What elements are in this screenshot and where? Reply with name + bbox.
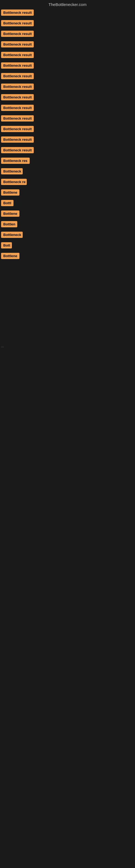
- bottleneck-badge[interactable]: Bottleneck result: [1, 115, 34, 122]
- list-item: Bottlene: [0, 251, 135, 262]
- site-title: TheBottlenecker.com: [49, 2, 87, 7]
- list-item: Bottleneck re: [0, 177, 135, 188]
- bottleneck-badge[interactable]: Bottleneck: [1, 231, 23, 238]
- list-item: Bottleneck result: [0, 103, 135, 114]
- list-item: Bottlene: [0, 209, 135, 219]
- list-item: Bottleneck result: [0, 61, 135, 71]
- bottleneck-badge[interactable]: Bottleneck result: [1, 31, 34, 37]
- list-item: Bottleneck result: [0, 8, 135, 19]
- bottleneck-badge[interactable]: Bottleneck res: [1, 158, 30, 164]
- bottleneck-badge[interactable]: Bottlen: [1, 221, 17, 227]
- bottleneck-badge[interactable]: Bottleneck result: [1, 62, 34, 69]
- bottleneck-badge[interactable]: Bottleneck: [1, 168, 23, 175]
- list-item: Bottleneck result: [0, 145, 135, 156]
- bottleneck-badge[interactable]: Bottlene: [1, 211, 19, 217]
- list-item: Bottleneck result: [0, 82, 135, 93]
- bottleneck-badge[interactable]: Bottleneck result: [1, 147, 34, 153]
- list-item: Bottleneck result: [0, 19, 135, 29]
- list-item: Bottleneck result: [0, 93, 135, 103]
- list-item: Bottleneck result: [0, 124, 135, 135]
- bottleneck-badge[interactable]: Bottlene: [1, 253, 19, 259]
- bottleneck-badge[interactable]: Bottleneck result: [1, 105, 34, 111]
- bottleneck-badge[interactable]: Bottleneck result: [1, 52, 34, 58]
- list-item: Bottleneck result: [0, 50, 135, 61]
- site-header: TheBottlenecker.com: [0, 0, 135, 8]
- list-item: Bottleneck: [0, 166, 135, 177]
- list-item: Bottlene: [0, 188, 135, 198]
- footer-spacer: [0, 349, 135, 431]
- list-item: Bottleneck result: [0, 29, 135, 40]
- bottleneck-badge[interactable]: Bottleneck result: [1, 9, 34, 16]
- list-item: Bottl: [0, 198, 135, 209]
- list-item: Bottleneck result: [0, 114, 135, 124]
- list-item: Bottlen: [0, 219, 135, 230]
- bottleneck-badge[interactable]: Bottleneck result: [1, 126, 34, 132]
- bottleneck-badge[interactable]: Bottl: [1, 200, 13, 206]
- bottleneck-badge[interactable]: Bottlene: [1, 189, 19, 195]
- bottom-spacer: [0, 262, 135, 343]
- bottleneck-badge[interactable]: Bottleneck result: [1, 41, 34, 48]
- list-item: Bottleneck result: [0, 40, 135, 50]
- list-item: Bottleneck res: [0, 156, 135, 166]
- bottleneck-badge[interactable]: Bottleneck result: [1, 84, 34, 90]
- list-item: Bottleneck: [0, 230, 135, 241]
- bottleneck-badge[interactable]: Bottleneck result: [1, 94, 34, 100]
- bottleneck-badge[interactable]: Bottleneck result: [1, 20, 34, 26]
- bottleneck-badge[interactable]: Bottleneck re: [1, 179, 27, 185]
- page-wrapper: TheBottlenecker.com Bottleneck resultBot…: [0, 0, 135, 431]
- bottleneck-badge[interactable]: Bottleneck result: [1, 73, 34, 79]
- bottleneck-badge[interactable]: Bott: [1, 242, 12, 248]
- list-item: Bottleneck result: [0, 71, 135, 82]
- ellipsis-indicator: ...: [0, 343, 135, 349]
- items-list: Bottleneck resultBottleneck resultBottle…: [0, 8, 135, 262]
- list-item: Bott: [0, 241, 135, 251]
- list-item: Bottleneck result: [0, 135, 135, 145]
- bottleneck-badge[interactable]: Bottleneck result: [1, 136, 34, 143]
